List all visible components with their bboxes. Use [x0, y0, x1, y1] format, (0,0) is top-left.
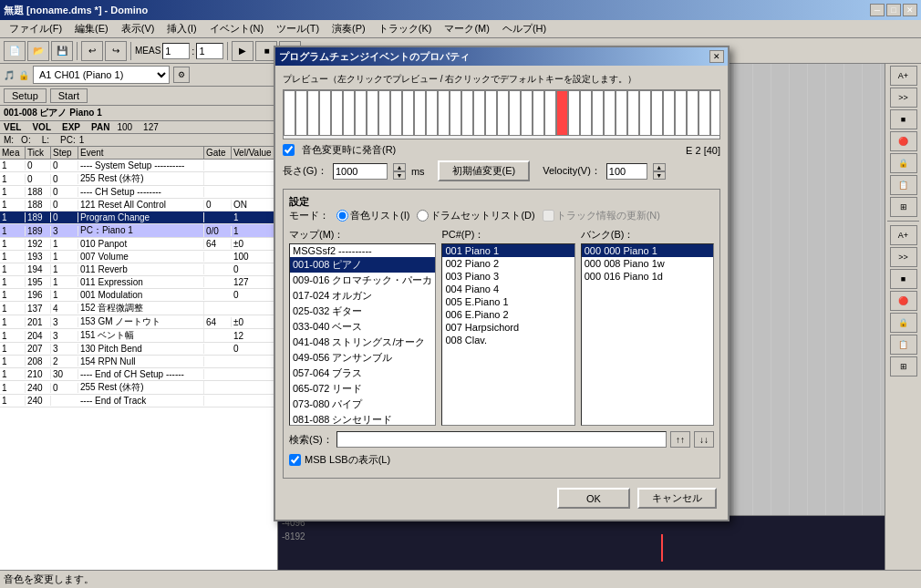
piano-white-key[interactable]	[497, 90, 509, 136]
bank-list-item[interactable]: 000 000 Piano 1	[582, 244, 713, 257]
piano-white-key[interactable]	[592, 90, 604, 136]
map-list-item[interactable]: 057-064 ブラス	[290, 366, 435, 381]
piano-white-key[interactable]	[319, 90, 331, 136]
map-list-item[interactable]: 049-056 アンサンブル	[290, 350, 435, 366]
ok-button[interactable]: OK	[557, 488, 630, 509]
map-list-item[interactable]: 081-088 シンセリード	[290, 412, 435, 426]
piano-white-key[interactable]	[378, 90, 390, 136]
map-list-item[interactable]: 017-024 オルガン	[290, 288, 435, 304]
pc-list-item[interactable]: 003 Piano 3	[442, 270, 574, 283]
pc-list-item[interactable]: 007 Harpsichord	[442, 321, 574, 334]
map-list-item[interactable]: 009-016 クロマチック・パーカ	[290, 273, 435, 288]
velocity-spinner: ▲ ▼	[653, 163, 666, 180]
play-on-change-row: 音色変更時に発音(R) E 2 [40]	[283, 143, 720, 157]
search-input[interactable]	[336, 431, 667, 448]
piano-white-key[interactable]	[461, 90, 473, 136]
map-list-item[interactable]: 065-072 リード	[290, 381, 435, 397]
piano-white-key[interactable]	[450, 90, 461, 136]
map-list-item[interactable]: 073-080 パイプ	[290, 397, 435, 412]
msb-lsb-row: MSB LSBの表示(L)	[289, 453, 714, 467]
pc-list-item[interactable]: 004 Piano 4	[442, 283, 574, 295]
piano-white-key[interactable]	[485, 90, 497, 136]
piano-white-key[interactable]	[544, 90, 556, 136]
piano-white-key[interactable]	[426, 90, 438, 136]
play-on-change-checkbox[interactable]	[283, 144, 295, 156]
bank-label: バンク(B)：	[581, 228, 714, 242]
piano-white-key[interactable]	[307, 90, 319, 136]
piano-white-key[interactable]	[355, 90, 367, 136]
piano-white-key[interactable]	[580, 90, 592, 136]
piano-white-key[interactable]	[438, 90, 450, 136]
init-change-button[interactable]: 初期値変更(E)	[438, 160, 531, 181]
piano-white-key[interactable]	[343, 90, 355, 136]
tone-list-option[interactable]: 音色リスト(I)	[336, 209, 409, 222]
note-display: E 2 [40]	[686, 145, 720, 156]
piano-white-key[interactable]	[556, 90, 568, 136]
piano-white-key[interactable]	[687, 90, 699, 136]
mode-row: モード： 音色リスト(I) ドラムセットリスト(D) トラック情報の更新(N)	[289, 209, 714, 222]
piano-white-key[interactable]	[616, 90, 627, 136]
length-up[interactable]: ▲	[393, 163, 406, 171]
velocity-input[interactable]	[606, 163, 647, 180]
piano-white-key[interactable]	[390, 90, 402, 136]
piano-white-key[interactable]	[604, 90, 616, 136]
bank-list-item[interactable]: 000 008 Piano 1w	[582, 257, 713, 270]
map-list-item[interactable]: MSGSsf2 ----------	[290, 244, 435, 257]
search-next-button[interactable]: ↓↓	[694, 431, 714, 448]
piano-white-key[interactable]	[402, 90, 414, 136]
map-list-item[interactable]: 041-048 ストリングス/オーク	[290, 335, 435, 350]
bank-listbox[interactable]: 000 000 Piano 1000 008 Piano 1w000 016 P…	[581, 243, 714, 426]
piano-white-key[interactable]	[675, 90, 687, 136]
piano-white-key[interactable]	[699, 90, 710, 136]
modal-title: プログラムチェンジイベントのプロパティ	[279, 50, 470, 64]
pc-list-item[interactable]: 002 Piano 2	[442, 257, 574, 270]
pc-hash-label: PC#(P)：	[441, 228, 574, 242]
piano-white-key[interactable]	[710, 90, 720, 136]
piano-keyboard[interactable]	[283, 89, 720, 139]
map-listbox[interactable]: MSGSsf2 ----------001-008 ピアノ009-016 クロマ…	[289, 243, 436, 426]
length-input[interactable]	[333, 163, 388, 180]
piano-white-key[interactable]	[331, 90, 343, 136]
piano-white-key[interactable]	[509, 90, 521, 136]
piano-white-key[interactable]	[639, 90, 651, 136]
piano-white-key[interactable]	[663, 90, 675, 136]
pc-list-item[interactable]: 005 E.Piano 1	[442, 295, 574, 308]
piano-white-key[interactable]	[414, 90, 426, 136]
map-label: マップ(M)：	[289, 228, 436, 242]
play-on-change-label: 音色変更時に発音(R)	[302, 143, 396, 157]
piano-white-key[interactable]	[284, 90, 295, 136]
track-info-option[interactable]: トラック情報の更新(N)	[543, 209, 660, 222]
piano-white-key[interactable]	[627, 90, 639, 136]
msb-lsb-checkbox[interactable]	[289, 454, 301, 466]
piano-white-key[interactable]	[568, 90, 580, 136]
search-prev-button[interactable]: ↑↑	[670, 431, 690, 448]
map-list-item[interactable]: 025-032 ギター	[290, 304, 435, 319]
velocity-down[interactable]: ▼	[653, 171, 666, 180]
piano-white-key[interactable]	[521, 90, 533, 136]
piano-white-key[interactable]	[367, 90, 378, 136]
piano-white-key[interactable]	[295, 90, 307, 136]
drumset-option[interactable]: ドラムセットリスト(D)	[417, 209, 534, 222]
map-list-item[interactable]: 001-008 ピアノ	[290, 257, 435, 273]
map-column: マップ(M)： MSGSsf2 ----------001-008 ピアノ009…	[289, 228, 436, 426]
piano-white-key[interactable]	[651, 90, 663, 136]
length-row: 長さ(G)： ▲ ▼ ms 初期値変更(E) Velocity(V)： ▲ ▼	[283, 160, 720, 181]
pc-list-item[interactable]: 006 E.Piano 2	[442, 308, 574, 321]
cancel-button[interactable]: キャンセル	[637, 488, 717, 509]
length-label: 長さ(G)：	[283, 164, 327, 178]
velocity-up[interactable]: ▲	[653, 163, 666, 171]
piano-white-key[interactable]	[473, 90, 485, 136]
settings-label: 設定	[289, 196, 309, 207]
map-list-item[interactable]: 033-040 ベース	[290, 319, 435, 335]
pc-listbox[interactable]: 001 Piano 1002 Piano 2003 Piano 3004 Pia…	[441, 243, 574, 426]
track-info-label: トラック情報の更新(N)	[556, 209, 660, 222]
three-columns: マップ(M)： MSGSsf2 ----------001-008 ピアノ009…	[289, 228, 714, 426]
length-down[interactable]: ▼	[393, 171, 406, 180]
piano-white-key[interactable]	[533, 90, 544, 136]
length-spinner: ▲ ▼	[393, 163, 406, 180]
preview-label: プレビュー（左クリックでプレビュー / 右クリックでデフォルトキーを設定します。…	[283, 73, 720, 86]
pc-list-item[interactable]: 001 Piano 1	[442, 244, 574, 257]
pc-list-item[interactable]: 008 Clav.	[442, 334, 574, 346]
bank-list-item[interactable]: 000 016 Piano 1d	[582, 270, 713, 283]
modal-close-button[interactable]: ✕	[709, 50, 724, 63]
